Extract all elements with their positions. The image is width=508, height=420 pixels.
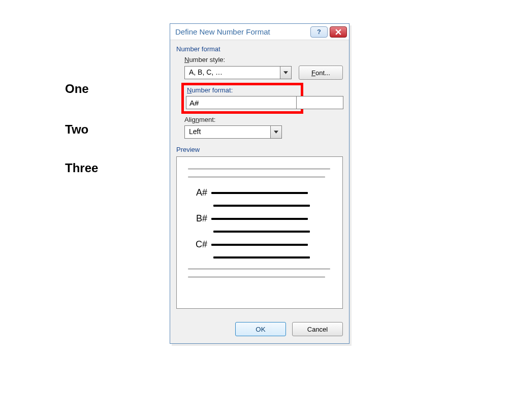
number-style-label: Number style: — [184, 56, 343, 63]
number-format-label: Number format: — [187, 86, 299, 94]
preview-item-line — [213, 231, 310, 233]
preview-item-line — [213, 205, 310, 207]
alignment-value: Left — [185, 126, 270, 138]
cancel-button[interactable]: Cancel — [292, 322, 343, 336]
svg-marker-3 — [274, 131, 278, 133]
step-one-label: One — [65, 83, 98, 95]
number-style-value: A, B, C, … — [185, 67, 280, 79]
font-button[interactable]: Font... — [299, 66, 343, 80]
dialog-title: Define New Number Format — [175, 27, 270, 36]
help-button[interactable]: ? — [310, 26, 328, 38]
chevron-down-icon — [283, 71, 288, 74]
alignment-dropdown-button[interactable] — [270, 126, 281, 138]
number-style-dropdown-button[interactable] — [280, 67, 291, 79]
preview-item-2-label: B# — [188, 213, 207, 224]
step-two-label: Two — [65, 123, 98, 136]
font-button-label-rest: ont... — [315, 69, 330, 77]
preview-context-line — [188, 176, 325, 178]
close-button[interactable] — [330, 26, 347, 38]
define-new-number-format-dialog: Define New Number Format ? Number format… — [170, 23, 350, 344]
number-format-input-extension — [297, 96, 343, 109]
preview-item-line — [211, 244, 308, 246]
preview-item-line — [213, 256, 310, 259]
preview-context-line — [188, 268, 330, 270]
number-style-combo[interactable]: A, B, C, … — [184, 66, 292, 79]
preview-group-label: Preview — [176, 146, 343, 153]
preview-item-3-label: C# — [188, 239, 207, 250]
step-three-label: Three — [65, 162, 98, 174]
dialog-footer: OK Cancel — [170, 315, 349, 343]
preview-item-line — [211, 192, 308, 194]
preview-context-line — [188, 276, 325, 278]
ok-button[interactable]: OK — [235, 322, 286, 336]
help-icon: ? — [317, 28, 321, 36]
close-icon — [335, 29, 341, 35]
preview-item-1-label: A# — [188, 187, 207, 198]
alignment-label: Alignment: — [184, 116, 343, 123]
highlight-number-format: Number format: — [181, 83, 303, 114]
titlebar[interactable]: Define New Number Format ? — [170, 24, 349, 40]
alignment-combo[interactable]: Left — [184, 125, 282, 139]
svg-marker-2 — [283, 71, 288, 74]
instruction-step-list: One Two Three — [65, 83, 98, 174]
preview-item-line — [211, 218, 308, 220]
preview-context-line — [188, 168, 330, 170]
preview-box: A# B# C# — [176, 156, 343, 309]
chevron-down-icon — [274, 131, 278, 134]
number-format-input[interactable] — [186, 96, 297, 109]
number-format-group-label: Number format — [176, 45, 343, 53]
